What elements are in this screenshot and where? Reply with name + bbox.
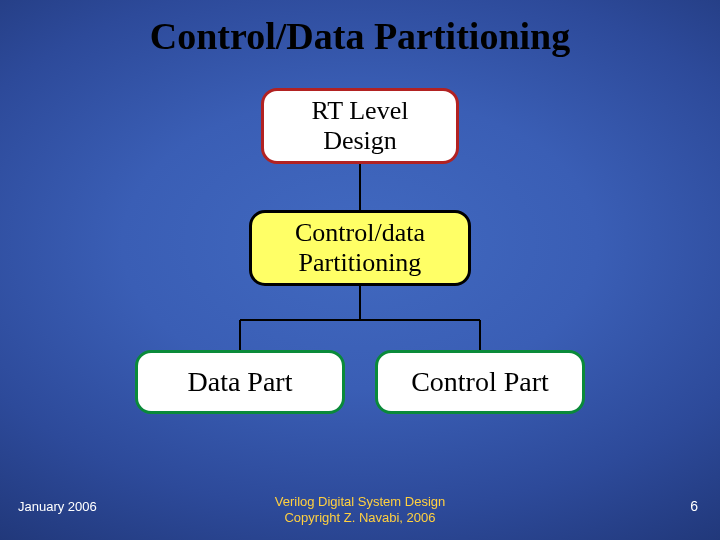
- footer-credit-line2: Copyright Z. Navabi, 2006: [284, 510, 435, 525]
- node-data-part: Data Part: [135, 350, 345, 414]
- slide-title: Control/Data Partitioning: [0, 14, 720, 58]
- node-part-line1: Control/data: [295, 218, 425, 248]
- footer-credit: Verilog Digital System Design Copyright …: [0, 494, 720, 527]
- node-rt-line2: Design: [312, 126, 409, 156]
- node-control-data-partitioning: Control/data Partitioning: [249, 210, 471, 286]
- node-data-label: Data Part: [188, 366, 293, 398]
- page-number: 6: [690, 498, 698, 514]
- node-rt-level-design: RT Level Design: [261, 88, 459, 164]
- node-rt-line1: RT Level: [312, 96, 409, 126]
- node-part-line2: Partitioning: [295, 248, 425, 278]
- footer-credit-line1: Verilog Digital System Design: [275, 494, 446, 509]
- node-ctrl-label: Control Part: [411, 366, 549, 398]
- node-control-part: Control Part: [375, 350, 585, 414]
